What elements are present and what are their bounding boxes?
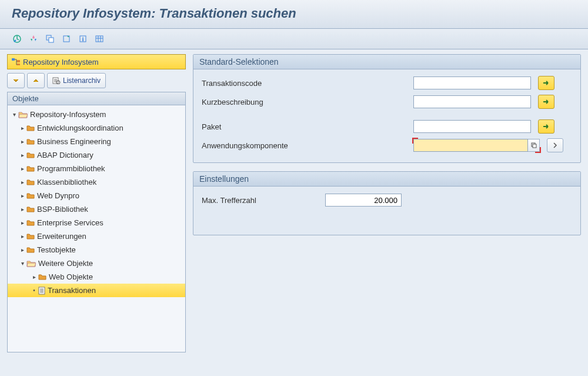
tree-item-label: Testobjekte	[37, 245, 76, 254]
svg-text:i: i	[82, 35, 83, 42]
collapse-icon[interactable]: ▾	[11, 111, 17, 118]
transaction-code-label: Transaktionscode	[202, 79, 349, 88]
svg-rect-7	[12, 58, 15, 61]
execute-icon[interactable]	[11, 32, 24, 45]
multi-select-button[interactable]	[547, 138, 563, 152]
expand-icon[interactable]: ▸	[31, 274, 37, 280]
multi-select-button[interactable]	[538, 119, 554, 134]
title-bar: Repository Infosystem: Transaktionen suc…	[0, 0, 588, 29]
tree-item-label: Business Engineering	[37, 137, 111, 146]
folder-icon	[26, 206, 35, 212]
folder-icon	[26, 192, 35, 199]
expand-icon[interactable]: ▸	[19, 125, 25, 131]
folder-icon	[26, 233, 35, 239]
max-hits-label: Max. Trefferzahl	[202, 196, 325, 205]
expand-icon[interactable]: ▸	[19, 233, 25, 239]
app-toolbar: i	[0, 29, 588, 49]
expand-icon[interactable]: ▸	[19, 192, 25, 199]
folder-icon	[26, 152, 35, 158]
tree-mini-toolbar: Listenarchiv	[7, 73, 186, 88]
left-panel: Repository Infosystem Listenarchiv Objek…	[0, 49, 188, 372]
sidebar-title-strip: Repository Infosystem	[7, 54, 186, 69]
list-archive-button[interactable]: Listenarchiv	[47, 73, 106, 88]
list-archive-label: Listenarchiv	[63, 76, 101, 85]
right-panel: Standard-Selektionen Transaktionscode Ku…	[188, 49, 588, 372]
expand-icon[interactable]: ▸	[19, 219, 25, 226]
expand-icon[interactable]: ▸	[19, 138, 25, 145]
tree-item-label: Web Dynpro	[37, 191, 79, 200]
appcomp-label: Anwendungskomponente	[202, 141, 349, 150]
tree-root-label: Repository-Infosystem	[30, 110, 106, 119]
group-header: Standard-Selektionen	[193, 55, 580, 69]
tree-item-label: BSP-Bibliothek	[37, 205, 88, 214]
tree-item[interactable]: ▸Business Engineering	[8, 135, 185, 148]
leaf-icon: •	[31, 287, 37, 294]
package-label: Paket	[202, 122, 349, 131]
tree-item-more-objects[interactable]: ▾Weitere Objekte	[8, 257, 185, 270]
tree-item-label: Erweiterungen	[37, 232, 86, 241]
tree-item[interactable]: ▸Web Dynpro	[8, 189, 185, 202]
tree-item[interactable]: ▸Entwicklungskoordination	[8, 121, 185, 135]
folder-icon	[38, 274, 46, 280]
svg-rect-14	[533, 144, 536, 148]
folder-open-icon	[26, 260, 36, 267]
svg-rect-6	[96, 36, 103, 42]
tree-item[interactable]: ▸ABAP Dictionary	[8, 148, 185, 162]
group-header: Einstellungen	[193, 172, 580, 187]
folder-icon	[26, 179, 35, 185]
appcomp-input[interactable]	[413, 139, 528, 152]
package-input[interactable]	[413, 120, 531, 133]
tree-item-transactions[interactable]: •Transaktionen	[8, 284, 185, 297]
expand-icon[interactable]: ▸	[19, 179, 25, 185]
folder-icon	[26, 247, 35, 253]
page-title: Repository Infosystem: Transaktionen suc…	[12, 6, 296, 21]
multi-select-button[interactable]	[538, 95, 554, 109]
sidebar-title: Repository Infosystem	[23, 58, 99, 66]
tree-item[interactable]: ▸Programmbibliothek	[8, 162, 185, 175]
tree-item-label: Enterprise Services	[37, 218, 103, 227]
folder-icon	[26, 125, 35, 131]
tree-item-web-objects[interactable]: ▸Web Objekte	[8, 270, 185, 284]
folder-open-icon	[18, 111, 28, 118]
settings-group: Einstellungen Max. Trefferzahl	[193, 171, 581, 235]
tree-item[interactable]: ▸BSP-Bibliothek	[8, 202, 185, 216]
short-desc-label: Kurzbeschreibung	[202, 98, 349, 107]
tree-item[interactable]: ▸Testobjekte	[8, 243, 185, 257]
tree-item[interactable]: ▸Erweiterungen	[8, 229, 185, 243]
expand-icon[interactable]: ▸	[19, 206, 25, 212]
tree-item[interactable]: ▸Enterprise Services	[8, 216, 185, 229]
short-desc-input[interactable]	[413, 95, 531, 108]
hierarchy-icon	[11, 58, 21, 66]
object-tree[interactable]: ▾ Repository-Infosystem ▸Entwicklungskoo…	[7, 105, 186, 352]
expand-icon[interactable]: ▸	[19, 247, 25, 253]
transaction-code-input[interactable]	[413, 76, 531, 89]
main-area: Repository Infosystem Listenarchiv Objek…	[0, 49, 588, 372]
value-help-button[interactable]	[528, 139, 540, 152]
tree-root[interactable]: ▾ Repository-Infosystem	[8, 108, 185, 121]
collapse-all-button[interactable]	[7, 73, 25, 88]
folder-icon	[26, 138, 35, 145]
expand-all-button[interactable]	[27, 73, 45, 88]
tree-item-label: Web Objekte	[49, 272, 93, 281]
new-icon[interactable]	[60, 32, 73, 45]
standard-selections-group: Standard-Selektionen Transaktionscode Ku…	[193, 54, 581, 163]
multi-select-button[interactable]	[538, 76, 554, 90]
folder-icon	[26, 165, 35, 172]
tree-item-label: Weitere Objekte	[38, 259, 93, 268]
max-hits-input[interactable]	[325, 194, 402, 207]
info-icon[interactable]: i	[76, 32, 89, 45]
svg-rect-2	[49, 38, 54, 42]
tree-item-label: ABAP Dictionary	[37, 151, 93, 159]
collapse-icon[interactable]: ▾	[19, 260, 25, 267]
tree-item-label: Entwicklungskoordination	[37, 124, 123, 132]
svg-rect-9	[17, 64, 20, 65]
tree-item-label: Programmbibliothek	[37, 164, 105, 173]
table-icon[interactable]	[93, 32, 106, 45]
tree-item[interactable]: ▸Klassenbibliothek	[8, 175, 185, 189]
expand-icon[interactable]: ▸	[19, 165, 25, 172]
variants-icon[interactable]	[27, 32, 40, 45]
document-icon	[38, 287, 45, 295]
folder-icon	[26, 219, 35, 226]
expand-icon[interactable]: ▸	[19, 152, 25, 158]
copy-icon[interactable]	[44, 32, 56, 45]
